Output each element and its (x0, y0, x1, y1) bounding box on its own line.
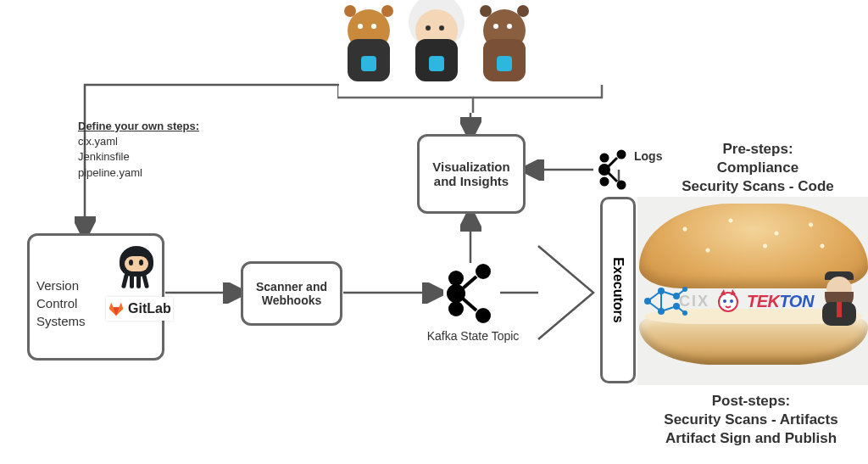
define-steps-text: Define your own steps: cix.yaml Jenkinsf… (78, 119, 199, 181)
kafka-label: Kafka State Topic (422, 329, 524, 343)
svg-point-34 (673, 303, 680, 310)
mascot-einstein (407, 5, 466, 81)
svg-point-10 (476, 264, 491, 279)
svg-point-36 (682, 310, 687, 316)
define-steps-item: pipeline.yaml (78, 165, 199, 181)
scanner-box: Scanner and Webhooks (241, 261, 342, 326)
gitlab-icon (108, 300, 125, 317)
svg-point-33 (673, 293, 680, 299)
svg-point-16 (600, 154, 609, 163)
gitlab-label: GitLab (128, 301, 171, 316)
visualization-box: Visualization and Insights (417, 134, 526, 214)
svg-point-8 (448, 301, 464, 316)
architecture-diagram: Define your own steps: cix.yaml Jenkinsf… (0, 0, 868, 464)
svg-point-20 (617, 181, 626, 190)
svg-point-37 (719, 293, 737, 311)
executors-box: Executors (600, 197, 636, 383)
pre-steps-text: Pre-steps: Compliance Security Scans - C… (651, 140, 865, 196)
svg-point-11 (476, 308, 491, 323)
define-steps-heading: Define your own steps: (78, 119, 199, 134)
svg-point-17 (600, 177, 609, 187)
mascot-codey (339, 5, 398, 81)
visualization-box-label: Visualization and Insights (426, 159, 516, 188)
svg-point-32 (658, 308, 665, 315)
mascot-platform-bracket (337, 81, 609, 118)
svg-point-30 (644, 298, 651, 305)
executor-logos: CIX TEKTON (643, 280, 860, 322)
svg-line-15 (463, 299, 476, 310)
svg-point-39 (730, 299, 733, 303)
mascot-astro (475, 5, 534, 81)
jenkins-icon (819, 271, 860, 322)
define-steps-item: Jenkinsfile (78, 149, 199, 165)
svg-point-35 (682, 287, 687, 292)
github-octocat-icon (113, 244, 159, 291)
tekton-label: TEKTON (747, 292, 814, 311)
vcs-box: Version Control Systems GitLab (27, 233, 164, 361)
executors-label: Executors (610, 257, 626, 322)
salesforce-mascots (339, 5, 534, 81)
svg-line-22 (609, 173, 617, 182)
cix-network-icon (643, 284, 689, 318)
post-steps-text: Post-steps: Security Scans - Artifacts A… (634, 392, 868, 448)
svg-line-14 (463, 277, 476, 288)
tekton-cat-icon (715, 288, 742, 315)
kafka-cluster-icon (439, 261, 500, 326)
define-steps-item: cix.yaml (78, 134, 199, 149)
scanner-box-label: Scanner and Webhooks (250, 280, 333, 307)
svg-point-38 (723, 299, 726, 303)
logs-kafka-icon (593, 149, 631, 190)
svg-point-31 (658, 288, 665, 294)
svg-line-21 (609, 158, 617, 166)
gitlab-logo-block: GitLab (106, 297, 173, 321)
svg-point-7 (448, 271, 464, 286)
svg-point-19 (617, 150, 626, 159)
vcs-label: Version Control Systems (36, 277, 86, 330)
